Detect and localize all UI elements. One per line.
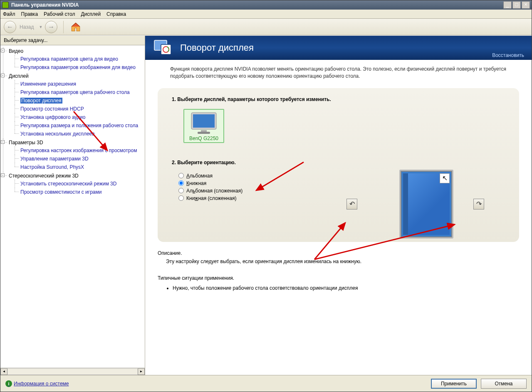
tree-item[interactable]: Просмотр совместимости с играми [20,189,101,195]
window-title: Панель управления NVIDIA [11,2,503,8]
sidebar-h-scrollbar[interactable]: ◄ ► [0,367,145,375]
usage-list: Нужно, чтобы положение рабочего стола со… [158,285,519,291]
tree-item-rotate-display[interactable]: Поворот дисплея [20,98,62,104]
rotate-ccw-button[interactable]: ↶ [346,199,357,210]
svg-rect-6 [201,130,207,132]
tree-item[interactable]: Настройка Surround, PhysX [20,164,84,170]
sidebar-header: Выберите задачу... [0,36,145,45]
titlebar: Панель управления NVIDIA _ □ × [0,0,532,10]
tree-toggle[interactable]: - [1,74,5,77]
svg-rect-1 [161,44,171,54]
toolbar: ← Назад ▼ → [0,19,532,35]
intro-text: Функция поворота дисплея NVIDIA позволяе… [158,66,519,80]
footer: i Информация о системе Применить Отмена [0,375,532,392]
menu-desktop[interactable]: Рабочий стол [44,11,75,17]
tree-item[interactable]: Регулировка параметров изображения для в… [20,64,136,70]
menu-help[interactable]: Справка [106,11,126,17]
usage-item: Нужно, чтобы положение рабочего стола со… [173,285,519,291]
step1-title: 1. Выберите дисплей, параметры которого … [172,96,505,102]
tree-group-3d[interactable]: Параметры 3D [9,140,43,145]
orientation-option[interactable]: Книжная (сложенная) [178,195,505,202]
orientation-label[interactable]: Книжная [186,180,206,186]
arrow-right-icon: → [48,23,54,31]
tree-group-stereo[interactable]: Стереоскопический режим 3D [9,173,79,179]
orientation-radio[interactable] [178,173,184,178]
orientation-label[interactable]: Альбомная [186,173,213,179]
rotate-cw-icon: ↷ [476,200,482,208]
menu-file[interactable]: Файл [3,11,15,17]
app-window: Панель управления NVIDIA _ □ × Файл Прав… [0,0,532,392]
tree-item[interactable]: Регулировка настроек изображения с просм… [20,148,137,153]
description-label: Описание. [158,250,519,256]
nav-back-button[interactable]: ← [4,21,16,33]
page-title: Поворот дисплея [180,42,523,53]
orientation-label[interactable]: Альбомная (сложенная) [186,188,242,194]
tree-item[interactable]: Установка цифрового аудио [20,114,85,120]
menu-display[interactable]: Дисплей [81,11,101,17]
swap-icon: ↖ [442,174,448,182]
system-info-label: Информация о системе [14,381,69,387]
nav-back-label: Назад [20,24,34,30]
scroll-left-button[interactable]: ◄ [0,368,7,375]
rotate-display-icon [153,39,173,57]
close-button[interactable]: × [522,1,530,9]
preview-taskbar [403,173,408,235]
scroll-right-button[interactable]: ► [138,368,145,375]
tree-item[interactable]: Установка нескольких дисплеев [20,131,95,137]
tree-item[interactable]: Регулировка параметров цвета для видео [20,56,118,62]
minimize-button[interactable]: _ [503,1,512,9]
tree-item[interactable]: Регулировка параметров цвета рабочего ст… [20,89,130,95]
orientation-preview: ↖ [399,170,453,239]
svg-rect-7 [198,132,210,134]
restore-defaults-link[interactable]: Восстановить [492,52,524,58]
apply-button[interactable]: Применить [431,379,477,389]
orientation-label[interactable]: Книжная (сложенная) [186,195,236,201]
maximize-button[interactable]: □ [512,1,521,9]
tree-group-display[interactable]: Дисплей [9,73,29,79]
display-thumbnail[interactable]: BenQ G2250 [183,109,224,143]
settings-panel: 1. Выберите дисплей, параметры которого … [158,88,519,242]
tree-item[interactable]: Установить стереоскопический режим 3D [20,181,116,187]
scroll-track[interactable] [7,368,138,375]
rotate-cw-button[interactable]: ↷ [473,199,484,210]
orientation-option[interactable]: Альбомная (сложенная) [178,187,505,195]
toolbar-separator [63,21,64,33]
nav-forward-button[interactable]: → [45,21,57,33]
orientation-option[interactable]: Книжная [178,180,505,187]
menu-edit[interactable]: Правка [21,11,38,17]
svg-rect-5 [193,114,215,128]
tree-item[interactable]: Управление параметрами 3D [20,156,89,162]
content-header: Поворот дисплея Восстановить [145,36,532,60]
description-text: Эту настройку следует выбрать, если орие… [158,259,519,264]
home-button[interactable] [69,21,82,33]
cancel-button[interactable]: Отмена [481,379,527,389]
usage-label: Типичные ситуации применения. [158,275,519,281]
display-name: BenQ G2250 [186,136,221,141]
tree-toggle[interactable]: - [1,140,5,144]
rotate-ccw-icon: ↶ [349,200,355,208]
app-icon [2,2,9,8]
content-pane: Поворот дисплея Восстановить Функция пов… [145,36,532,375]
tree-group-video[interactable]: Видео [9,48,23,54]
tree-toggle[interactable]: - [1,173,5,177]
task-tree: - Видео Регулировка параметров цвета для… [0,45,145,367]
chevron-down-icon[interactable]: ▼ [39,25,42,29]
orientation-option[interactable]: Альбомная [178,172,505,180]
tree-item[interactable]: Изменение разрешения [20,81,76,87]
orientation-radio[interactable] [178,188,184,193]
menubar: Файл Правка Рабочий стол Дисплей Справка [0,10,532,19]
tree-toggle[interactable]: - [1,49,5,52]
tree-item[interactable]: Регулировка размера и положения рабочего… [20,123,138,128]
step2-title: 2. Выберите ориентацию. [172,160,505,165]
tree-item[interactable]: Просмотр состояния HDCP [20,106,84,112]
orientation-radio[interactable] [178,195,184,201]
monitor-icon [189,112,218,135]
arrow-left-icon: ← [7,23,13,31]
preview-swap-button[interactable]: ↖ [440,173,450,183]
home-icon [70,22,81,32]
info-icon: i [5,380,12,387]
orientation-radio[interactable] [178,180,184,186]
sidebar: Выберите задачу... - Видео Регулировка п… [0,36,145,375]
system-info-link[interactable]: i Информация о системе [5,380,69,387]
